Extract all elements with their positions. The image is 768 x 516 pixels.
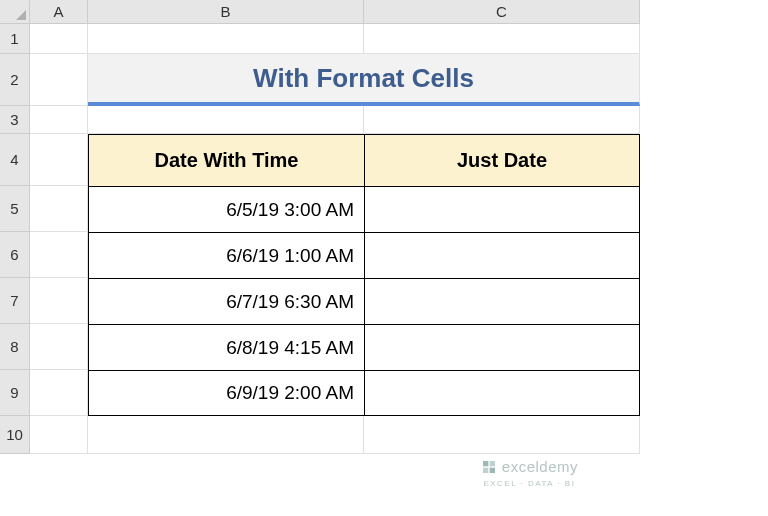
col-header-B[interactable]: B — [88, 0, 364, 24]
cell-C1[interactable] — [364, 24, 640, 54]
cell-A10[interactable] — [30, 416, 88, 454]
logo-icon — [481, 459, 497, 475]
cell-A6[interactable] — [30, 232, 88, 278]
col-header-C[interactable]: C — [364, 0, 640, 24]
cell-C3[interactable] — [364, 106, 640, 134]
table-row[interactable] — [364, 324, 640, 370]
cell-A8[interactable] — [30, 324, 88, 370]
cell-B10[interactable] — [88, 416, 364, 454]
svg-rect-0 — [483, 461, 488, 466]
watermark: exceldemy EXCEL · DATA · BI — [481, 458, 578, 488]
table-row[interactable]: 6/6/19 1:00 AM — [88, 232, 364, 278]
row-header-8[interactable]: 8 — [0, 324, 30, 370]
row-header-6[interactable]: 6 — [0, 232, 30, 278]
title-cell[interactable]: With Format Cells — [88, 54, 640, 106]
row-header-4[interactable]: 4 — [0, 134, 30, 186]
row-header-1[interactable]: 1 — [0, 24, 30, 54]
watermark-tag: EXCEL · DATA · BI — [483, 479, 575, 488]
table-row[interactable]: 6/9/19 2:00 AM — [88, 370, 364, 416]
cell-A7[interactable] — [30, 278, 88, 324]
cell-A5[interactable] — [30, 186, 88, 232]
cell-C10[interactable] — [364, 416, 640, 454]
table-row[interactable] — [364, 232, 640, 278]
table-row[interactable]: 6/5/19 3:00 AM — [88, 186, 364, 232]
cell-A1[interactable] — [30, 24, 88, 54]
row-header-7[interactable]: 7 — [0, 278, 30, 324]
svg-rect-3 — [489, 467, 494, 472]
watermark-brand: exceldemy — [502, 458, 578, 475]
row-header-3[interactable]: 3 — [0, 106, 30, 134]
cell-A9[interactable] — [30, 370, 88, 416]
table-row[interactable] — [364, 370, 640, 416]
row-header-2[interactable]: 2 — [0, 54, 30, 106]
cell-A2[interactable] — [30, 54, 88, 106]
cell-A3[interactable] — [30, 106, 88, 134]
svg-rect-1 — [489, 461, 494, 466]
table-header-date-with-time[interactable]: Date With Time — [88, 134, 364, 186]
row-header-10[interactable]: 10 — [0, 416, 30, 454]
select-all-corner[interactable] — [0, 0, 30, 24]
table-row[interactable] — [364, 278, 640, 324]
row-header-9[interactable]: 9 — [0, 370, 30, 416]
table-row[interactable] — [364, 186, 640, 232]
col-header-A[interactable]: A — [30, 0, 88, 24]
cell-B1[interactable] — [88, 24, 364, 54]
cell-B3[interactable] — [88, 106, 364, 134]
cell-A4[interactable] — [30, 134, 88, 186]
row-header-5[interactable]: 5 — [0, 186, 30, 232]
table-header-just-date[interactable]: Just Date — [364, 134, 640, 186]
spreadsheet-grid: A B C 1 2 With Format Cells 3 4 Date Wit… — [0, 0, 768, 454]
svg-rect-2 — [483, 467, 488, 472]
table-row[interactable]: 6/7/19 6:30 AM — [88, 278, 364, 324]
table-row[interactable]: 6/8/19 4:15 AM — [88, 324, 364, 370]
